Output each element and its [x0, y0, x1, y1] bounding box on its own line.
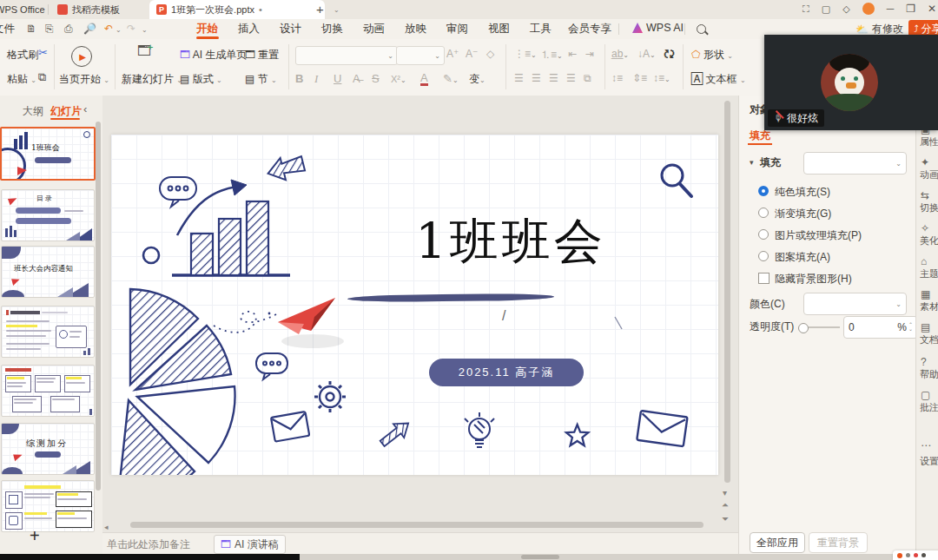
- char-spacing-icon[interactable]: A̶: [353, 72, 360, 85]
- numbered-list-icon[interactable]: ⒈≡⌄: [540, 48, 563, 63]
- radio-gradient-fill[interactable]: [758, 208, 769, 218]
- vertical-text-icon[interactable]: ↓A⌄: [637, 48, 656, 60]
- align-left-icon[interactable]: ☰: [514, 72, 524, 84]
- window-icon[interactable]: ▢: [822, 3, 830, 15]
- menu-file[interactable]: 文件: [0, 19, 20, 39]
- bullet-list-icon[interactable]: ⋮≡⌄: [514, 48, 537, 60]
- transparency-slider-knob[interactable]: [798, 323, 809, 333]
- rail-document[interactable]: 文档: [920, 333, 938, 346]
- hide-background-label[interactable]: 隐藏背景图形(H): [775, 272, 852, 287]
- radio-solid-fill-label[interactable]: 纯色填充(S): [775, 185, 830, 200]
- apply-all-button[interactable]: 全部应用: [750, 532, 805, 553]
- rail-theme[interactable]: 主题: [920, 267, 938, 280]
- reset-background-button[interactable]: 重置背景: [809, 532, 868, 553]
- font-size-combo[interactable]: ⌄: [396, 46, 445, 65]
- save-icon[interactable]: 🗎: [26, 23, 36, 35]
- textbox-button[interactable]: 🄰 文本框 ⌄: [691, 72, 746, 87]
- tab-docer-templates[interactable]: 找稻壳模板: [50, 0, 151, 19]
- ai-generate-page-button[interactable]: 🗔 AI 生成单页: [180, 48, 247, 63]
- close-icon[interactable]: ✕: [928, 3, 936, 15]
- rail-comment[interactable]: 批注: [920, 401, 938, 414]
- bold-button[interactable]: B: [295, 72, 303, 85]
- paste-button[interactable]: 粘贴 ⌄: [7, 72, 36, 87]
- color-combo[interactable]: ⌄: [803, 293, 907, 315]
- hide-background-checkbox[interactable]: [758, 273, 770, 284]
- rail-settings[interactable]: 设置: [920, 455, 938, 468]
- spacing-options-icon[interactable]: ↕≡⌄: [653, 72, 670, 84]
- section-collapse-icon[interactable]: ▾: [750, 158, 754, 167]
- ai-speech-button[interactable]: 🗔 AI 演讲稿: [214, 535, 286, 554]
- screenshot-icon[interactable]: ⛶: [803, 3, 809, 15]
- bottom-scroll-pill[interactable]: [521, 555, 559, 559]
- clear-format-icon[interactable]: ◇: [486, 48, 494, 60]
- menu-transition[interactable]: 切换: [316, 19, 348, 39]
- radio-picture-fill[interactable]: [758, 229, 769, 240]
- rail-help[interactable]: 帮助: [920, 368, 938, 381]
- increase-font-icon[interactable]: A⁺: [446, 48, 459, 60]
- rail-properties[interactable]: 属性: [920, 135, 938, 148]
- menu-tools[interactable]: 工具: [525, 19, 557, 39]
- print-icon[interactable]: ⎙: [64, 23, 73, 35]
- slide-title-text[interactable]: 1班班会: [380, 209, 641, 275]
- menu-wps-ai[interactable]: WPS AI: [627, 19, 689, 36]
- menu-design[interactable]: 设计: [274, 19, 307, 39]
- rail-assets[interactable]: 素材: [920, 300, 938, 313]
- tab-slides[interactable]: 幻灯片: [50, 104, 82, 119]
- slide-thumbnail-6[interactable]: 综测加分: [1, 423, 95, 475]
- sidebar-scrollbar[interactable]: [96, 122, 101, 491]
- menu-insert[interactable]: 插入: [233, 19, 265, 39]
- slide-thumbnail-2[interactable]: 目录: [1, 189, 95, 241]
- slide-thumbnail-5[interactable]: [1, 365, 95, 417]
- para-spacing-icon[interactable]: ⇕≡: [632, 72, 647, 84]
- superscript-button[interactable]: X²⌄: [391, 74, 406, 84]
- rail-beautify[interactable]: 美化: [920, 234, 938, 247]
- italic-button[interactable]: I: [314, 72, 318, 86]
- menu-member[interactable]: 会员专享: [563, 19, 617, 39]
- underline-button[interactable]: U: [334, 72, 341, 85]
- decrease-indent-icon[interactable]: ⇤: [568, 48, 577, 60]
- editor-vscrollbar[interactable]: [724, 101, 730, 483]
- new-tab-button[interactable]: +: [316, 2, 324, 16]
- radio-solid-fill[interactable]: [758, 186, 769, 196]
- date-author-badge[interactable]: 2025.11 高子涵: [429, 359, 584, 386]
- line-spacing-icon[interactable]: ↕≡: [611, 72, 623, 84]
- align-center-icon[interactable]: ☰: [532, 72, 541, 84]
- slide-canvas[interactable]: 1班班会 / 2025.11 高子涵: [111, 135, 718, 475]
- new-slide-icon[interactable]: 🗔+: [137, 43, 156, 59]
- collapse-panel-icon[interactable]: ‹: [83, 102, 87, 115]
- print-preview-icon[interactable]: 🔎: [83, 23, 96, 35]
- distribute-icon[interactable]: ⧉: [584, 72, 591, 84]
- copy-icon[interactable]: ⧉: [38, 70, 46, 84]
- shapes-button[interactable]: ⬠ 形状 ⌄: [691, 48, 733, 63]
- slide-thumbnail-1[interactable]: 1班班会: [0, 127, 96, 181]
- scroll-down-icon[interactable]: ▾: [723, 488, 727, 497]
- next-slide-icon[interactable]: ⏷: [722, 514, 729, 524]
- align-right-icon[interactable]: ☰: [549, 72, 558, 84]
- layout-button[interactable]: ▤ 版式 ⌄: [180, 72, 222, 87]
- new-slide-button[interactable]: 新建幻灯片 ⌄: [122, 72, 182, 87]
- scroll-left-icon[interactable]: ◂: [104, 523, 109, 531]
- section-button[interactable]: ▤ 节 ⌄: [245, 72, 277, 87]
- decrease-font-icon[interactable]: A⁻: [466, 48, 478, 60]
- add-slide-button[interactable]: +: [30, 526, 40, 546]
- notes-placeholder[interactable]: 单击此处添加备注: [107, 537, 190, 552]
- floating-toolbar[interactable]: [893, 550, 938, 560]
- fill-tab[interactable]: 填充: [750, 128, 770, 143]
- toolbar-more-chevron-icon[interactable]: ⌄: [142, 26, 148, 34]
- editor-hscrollbar[interactable]: [130, 522, 704, 528]
- slide-thumbnail-7[interactable]: [1, 480, 95, 532]
- increase-indent-icon[interactable]: ⇥: [585, 48, 594, 60]
- minimize-icon[interactable]: ─: [887, 3, 895, 15]
- play-icon[interactable]: ▶: [71, 46, 92, 67]
- play-from-page-button[interactable]: 当页开始 ⌄: [59, 72, 109, 87]
- slide-thumbnail-3[interactable]: 班长大会内容通知: [1, 246, 95, 298]
- transparency-input[interactable]: 0 %⌃⌄: [843, 316, 918, 339]
- font-color-button[interactable]: A: [420, 72, 428, 86]
- font-name-combo[interactable]: ⌄: [295, 46, 398, 65]
- tab-outline[interactable]: 大纲: [23, 104, 43, 119]
- menu-slideshow[interactable]: 放映: [400, 19, 432, 39]
- reset-button[interactable]: 🗔 重置: [245, 48, 279, 63]
- redo-icon[interactable]: ↷: [127, 23, 135, 35]
- rail-animation[interactable]: 动画: [920, 168, 938, 181]
- fill-style-combo[interactable]: ⌄: [803, 152, 907, 175]
